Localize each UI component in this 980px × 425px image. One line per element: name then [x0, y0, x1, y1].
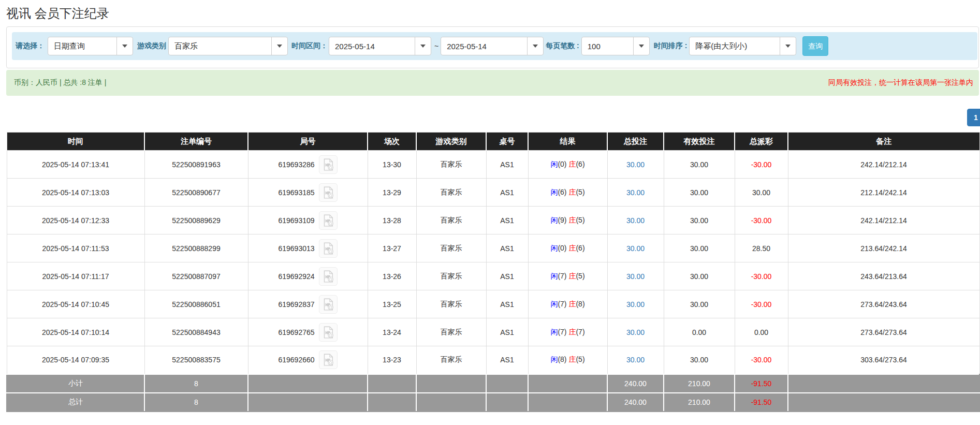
cell-round-no: 619693286 — [248, 151, 368, 179]
video-replay-button[interactable] — [319, 183, 338, 202]
banker-result-score: (6) — [576, 160, 584, 168]
cell-game-type: 百家乐 — [416, 179, 486, 207]
game-type-select[interactable]: 百家乐 — [168, 37, 288, 55]
time-sort-select[interactable]: 降幂(由大到小) — [689, 37, 796, 55]
cell-total-bet: 30.00 — [607, 290, 664, 318]
page-1-button[interactable]: 1 — [967, 109, 980, 126]
range-tilde: ~ — [434, 42, 438, 50]
player-result-score: (0) — [558, 160, 566, 168]
col-total-bet: 总投注 — [607, 133, 664, 151]
col-time: 时间 — [7, 133, 144, 151]
date-to-arrow — [527, 37, 543, 55]
page-size-arrow — [633, 37, 649, 55]
search-button[interactable]: 查询 — [802, 36, 828, 56]
video-replay-button[interactable] — [319, 267, 338, 286]
cell-game-type: 百家乐 — [416, 290, 486, 318]
col-bet-no: 注单编号 — [144, 133, 248, 151]
banker-result-label: 庄 — [568, 300, 576, 308]
date-to-select[interactable]: 2025-05-14 — [441, 37, 544, 55]
page-size-select[interactable]: 100 — [581, 37, 650, 55]
cell-round-no: 619693013 — [248, 235, 368, 262]
cell-session: 13-27 — [368, 235, 416, 262]
player-result-score: (7) — [558, 300, 566, 308]
total-bet-link[interactable]: 30.00 — [626, 188, 645, 197]
total-bet-link[interactable]: 30.00 — [626, 300, 645, 309]
game-type-label: 游戏类别 — [137, 41, 166, 51]
chevron-down-icon — [639, 45, 644, 48]
chevron-down-icon — [122, 45, 127, 48]
cell-payout: -30.00 — [735, 207, 788, 235]
summary-total-bet: 240.00 — [607, 393, 664, 412]
banker-result-label: 庄 — [568, 188, 576, 196]
banker-result-score: (7) — [576, 328, 584, 336]
round-no-value: 619692660 — [278, 356, 314, 364]
total-bet-link[interactable]: 30.00 — [626, 328, 645, 336]
video-replay-button[interactable] — [319, 239, 338, 258]
video-replay-button[interactable] — [319, 323, 338, 342]
col-remark: 备注 — [788, 133, 979, 151]
cell-valid-bet: 30.00 — [664, 235, 735, 262]
banker-result-score: (5) — [576, 272, 584, 280]
total-bet-link[interactable]: 30.00 — [626, 272, 645, 281]
cell-time: 2025-05-14 07:13:41 — [7, 151, 144, 179]
video-replay-button[interactable] — [319, 211, 338, 230]
table-row: 2025-05-14 07:10:45 522500886051 6196928… — [7, 290, 979, 318]
col-result: 结果 — [528, 133, 607, 151]
player-result-label: 闲 — [550, 244, 558, 252]
player-result-label: 闲 — [550, 300, 558, 308]
total-bet-link[interactable]: 30.00 — [626, 244, 645, 253]
cell-table-no: AS1 — [486, 207, 528, 235]
player-result-label: 闲 — [550, 216, 558, 224]
date-from-arrow — [415, 37, 431, 55]
banker-result-label: 庄 — [568, 328, 576, 336]
player-result-label: 闲 — [550, 272, 558, 280]
video-replay-button[interactable] — [319, 155, 338, 174]
cell-total-bet: 30.00 — [607, 318, 664, 346]
cell-table-no: AS1 — [486, 179, 528, 207]
cell-session: 13-25 — [368, 290, 416, 318]
cell-total-bet: 30.00 — [607, 207, 664, 235]
cell-remark: 212.14/242.14 — [788, 179, 979, 207]
table-row: 2025-05-14 07:13:41 522500891963 6196932… — [7, 151, 979, 179]
cell-payout: -30.00 — [735, 262, 788, 290]
cell-payout: 28.50 — [735, 235, 788, 262]
total-bet-link[interactable]: 30.00 — [626, 216, 645, 225]
cell-valid-bet: 30.00 — [664, 262, 735, 290]
cell-round-no: 619693185 — [248, 179, 368, 207]
cell-valid-bet: 30.00 — [664, 179, 735, 207]
query-mode-select[interactable]: 日期查询 — [48, 37, 133, 55]
table-row: 2025-05-14 07:11:53 522500888299 6196930… — [7, 235, 979, 262]
date-from-select[interactable]: 2025-05-14 — [329, 37, 431, 55]
cell-table-no: AS1 — [486, 262, 528, 290]
filter-panel: 请选择： 日期查询 游戏类别 百家乐 时间区间： 2025-05-14 ~ 20… — [6, 26, 979, 68]
round-no-value: 619693109 — [278, 216, 314, 225]
table-row: 2025-05-14 07:12:33 522500889629 6196931… — [7, 207, 979, 235]
cell-total-bet: 30.00 — [607, 235, 664, 262]
cell-payout: 0.00 — [735, 318, 788, 346]
chevron-down-icon — [785, 45, 791, 48]
video-file-icon — [320, 352, 336, 368]
table-header-row: 时间 注单编号 局号 场次 游戏类别 桌号 结果 总投注 有效投注 总派彩 备注 — [7, 133, 979, 151]
total-bet-link[interactable]: 30.00 — [626, 160, 645, 169]
cell-result: 闲(0) 庄(6) — [528, 235, 607, 262]
video-file-icon — [320, 241, 336, 256]
video-replay-button[interactable] — [319, 350, 338, 369]
cell-valid-bet: 30.00 — [664, 346, 735, 374]
cell-game-type: 百家乐 — [416, 207, 486, 235]
cell-round-no: 619692660 — [248, 346, 368, 374]
total-bet-link[interactable]: 30.00 — [626, 356, 645, 364]
cell-total-bet: 30.00 — [607, 151, 664, 179]
summary-count: 8 — [144, 374, 248, 393]
cell-time: 2025-05-14 07:11:17 — [7, 262, 144, 290]
cell-result: 闲(8) 庄(5) — [528, 346, 607, 374]
query-mode-arrow — [116, 37, 133, 55]
summary-valid-bet: 210.00 — [664, 374, 735, 393]
video-file-icon — [320, 325, 336, 340]
cell-round-no: 619692924 — [248, 262, 368, 290]
round-no-value: 619692765 — [278, 328, 314, 336]
video-replay-button[interactable] — [319, 295, 338, 314]
player-result-label: 闲 — [550, 355, 558, 363]
banker-result-score: (6) — [576, 244, 584, 252]
cell-remark: 273.64/273.64 — [788, 318, 979, 346]
banker-result-label: 庄 — [568, 216, 576, 224]
